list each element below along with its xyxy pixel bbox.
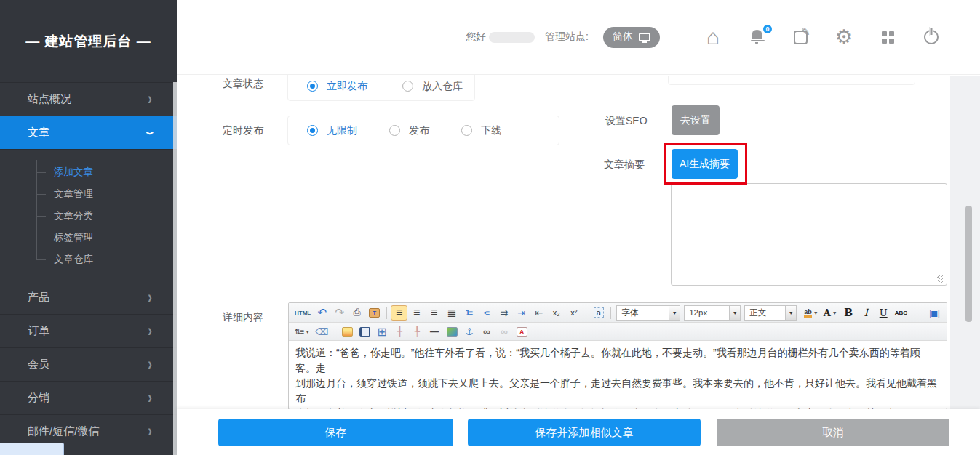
language-switch-button[interactable]: 简体 <box>603 27 660 48</box>
text-wrap-button[interactable]: ⇉ <box>495 305 512 321</box>
font-size-value: 12px <box>689 308 725 317</box>
submenu-item-article-category[interactable]: 文章分类 <box>0 205 177 227</box>
print-icon: ⎙ <box>354 307 361 318</box>
paste-as-text-button[interactable]: T <box>366 305 383 321</box>
indent-button[interactable]: ⇥ <box>513 305 530 321</box>
remove-format-icon: ⌫ <box>315 326 328 337</box>
html-source-button[interactable]: HTML <box>292 305 313 321</box>
gear-icon: ⚙ <box>835 28 853 47</box>
compose-button[interactable] <box>788 25 813 49</box>
font-color-button[interactable]: A▼ <box>821 305 840 321</box>
language-label: 简体 <box>613 31 633 44</box>
submenu-item-article-warehouse[interactable]: 文章仓库 <box>0 249 177 270</box>
superscript-button[interactable]: x² <box>565 305 582 321</box>
radio-label[interactable]: 站外链接 <box>801 76 842 77</box>
fullscreen-button[interactable]: ▣ <box>926 305 943 321</box>
anchor-text-icon: a <box>594 307 604 318</box>
sidebar-item-articles[interactable]: 文章 › <box>0 116 177 149</box>
align-left-button[interactable]: ≡ <box>391 305 407 321</box>
radio-option[interactable]: 发布 <box>389 124 429 137</box>
sidebar-item-orders[interactable]: 订单 › <box>0 314 177 347</box>
ordered-list-button[interactable]: 1≡ <box>461 305 477 321</box>
select-caret-icon: ▼ <box>729 306 740 320</box>
radio-option[interactable]: 无限制 <box>307 124 357 137</box>
paragraph-format-select[interactable]: 正文 ▼ <box>744 305 797 321</box>
redo-button[interactable]: ↷ <box>331 305 348 321</box>
anchor-button[interactable]: ⚓ <box>461 324 478 339</box>
radio-option[interactable]: 放入仓库 <box>402 80 463 93</box>
submenu-item-article-manage[interactable]: 文章管理 <box>0 183 177 205</box>
settings-button[interactable]: ⚙ <box>832 25 856 49</box>
unordered-list-button[interactable]: •≡ <box>478 305 495 321</box>
sidebar-item-products[interactable]: 产品 › <box>0 281 177 314</box>
article-form-label: 文章形式 <box>599 76 640 76</box>
split-cells-button[interactable]: ╂ <box>391 324 408 339</box>
remove-format-button[interactable]: ⌫ <box>313 324 330 339</box>
save-button[interactable]: 保存 <box>218 419 453 446</box>
apps-button[interactable] <box>875 25 900 49</box>
submenu-item-add-article[interactable]: 添加文章 <box>0 161 177 183</box>
radio-option[interactable]: 站外链接 <box>781 76 842 77</box>
browser-status-tooltip <box>0 443 64 455</box>
radio-selected-icon[interactable] <box>307 81 318 92</box>
highlight-color-button[interactable]: ab▼ <box>802 305 820 321</box>
font-family-select[interactable]: 字体 ▼ <box>616 305 680 321</box>
radio-label[interactable]: 站内文章 <box>707 76 748 77</box>
align-justify-button[interactable]: ≣ <box>443 305 460 321</box>
radio-label[interactable]: 发布 <box>409 124 429 137</box>
radio-option[interactable]: 站内文章 <box>688 76 748 77</box>
image-button[interactable] <box>339 324 356 339</box>
media-button[interactable] <box>356 324 373 339</box>
unlink-button[interactable]: ∞ <box>496 324 513 339</box>
fullscreen-icon: ▣ <box>929 306 940 320</box>
power-icon <box>924 30 939 44</box>
seo-setup-button[interactable]: 去设置 <box>672 105 720 135</box>
radio-option[interactable]: 下线 <box>461 124 501 137</box>
radio-icon[interactable] <box>461 125 472 136</box>
radio-label[interactable]: 无限制 <box>327 124 357 137</box>
align-center-button[interactable]: ≡ <box>408 305 425 321</box>
bold-button[interactable]: B <box>840 305 857 321</box>
save-and-add-similar-button[interactable]: 保存并添加相似文章 <box>468 419 701 446</box>
anchor-text-button[interactable]: a <box>590 305 607 321</box>
monitor-icon <box>639 33 650 41</box>
editor-content[interactable]: 我说道：“爸爸，你走吧。”他往车外看了看，说：“我买几个橘子去。你就在此地，不要… <box>289 341 947 410</box>
radio-icon[interactable] <box>389 125 400 136</box>
submenu-item-tag-manage[interactable]: 标签管理 <box>0 227 177 249</box>
align-right-button[interactable]: ≡ <box>426 305 442 321</box>
font-size-select[interactable]: 12px ▼ <box>684 305 741 321</box>
italic-button[interactable]: I <box>858 305 875 321</box>
radio-label[interactable]: 放入仓库 <box>422 80 463 93</box>
logout-button[interactable] <box>919 25 944 49</box>
horizontal-rule-button[interactable]: — <box>426 324 443 339</box>
notifications-button[interactable]: 0 <box>744 25 769 49</box>
outdent-button[interactable]: ⇤ <box>530 305 547 321</box>
table-button[interactable]: ⊞ <box>374 324 391 339</box>
superscript-icon: x² <box>570 308 577 317</box>
word-import-button[interactable]: A <box>514 324 530 339</box>
map-button[interactable] <box>444 324 461 339</box>
line-height-button[interactable]: ⇅≡▼ <box>292 324 312 339</box>
radio-icon[interactable] <box>402 81 413 92</box>
select-caret-icon: ▼ <box>669 306 680 320</box>
radio-option[interactable]: 立即发布 <box>307 80 367 93</box>
merge-cells-button[interactable]: ╄ <box>409 324 426 339</box>
undo-button[interactable]: ↶ <box>314 305 330 321</box>
sidebar-item-site-overview[interactable]: 站点概况 › <box>0 82 177 116</box>
sidebar-scrollbar[interactable] <box>173 82 177 455</box>
subscript-button[interactable]: x₂ <box>548 305 565 321</box>
ai-generate-summary-button[interactable]: AI生成摘要 <box>672 149 738 179</box>
print-button[interactable]: ⎙ <box>348 305 365 321</box>
strikethrough-button[interactable]: ABC <box>893 305 909 321</box>
radio-label[interactable]: 立即发布 <box>327 80 367 93</box>
radio-label[interactable]: 下线 <box>481 124 501 137</box>
cancel-button[interactable]: 取消 <box>717 419 949 446</box>
underline-button[interactable]: U <box>875 305 892 321</box>
sidebar-item-members[interactable]: 会员 › <box>0 347 177 381</box>
summary-textarea[interactable] <box>671 183 947 286</box>
home-button[interactable]: ⌂ <box>701 25 725 49</box>
link-button[interactable]: ∞ <box>479 324 495 339</box>
radio-selected-icon[interactable] <box>307 125 318 136</box>
scrollbar-thumb[interactable] <box>965 206 972 322</box>
sidebar-item-distribution[interactable]: 分销 › <box>0 381 177 414</box>
